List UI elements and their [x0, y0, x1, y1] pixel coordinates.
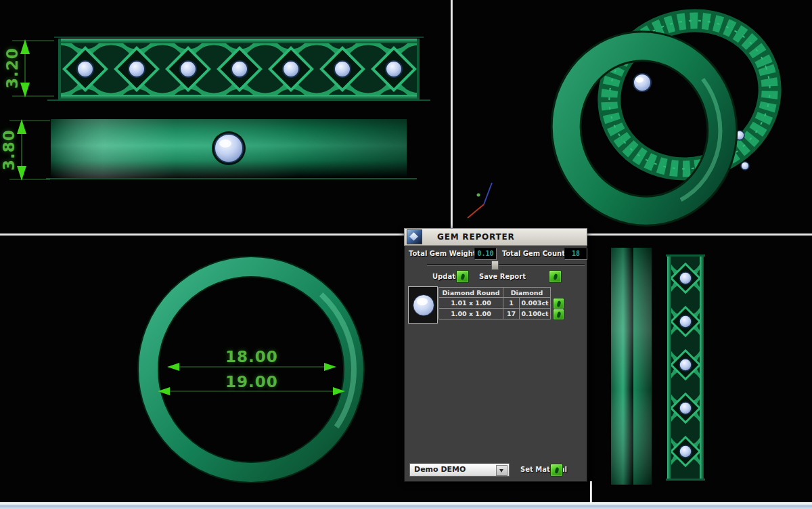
dimension-label-plain-band-height: 3.80: [0, 130, 18, 171]
viewport-side-view[interactable]: 3.20 3.80: [0, 0, 451, 234]
table-header-material: Diamond: [503, 287, 551, 298]
chevron-down-icon: [499, 469, 503, 472]
viewport-perspective[interactable]: [453, 0, 812, 234]
flush-gem-3d: [633, 74, 651, 91]
table-row-carats[interactable]: 0.100ct: [519, 308, 551, 319]
gem-reporter-icon: [407, 229, 422, 244]
viewport-right-view[interactable]: [592, 236, 812, 502]
table-row-size[interactable]: 1.01 x 1.00: [438, 297, 503, 309]
dialog-body: Total Gem Weight 0.10 Total Gem Count 18…: [404, 246, 587, 482]
table-row-count[interactable]: 1: [503, 297, 520, 309]
cad-workspace: 3.20 3.80: [0, 0, 812, 509]
gem-thumbnail-stone: [413, 294, 434, 316]
dialog-title: GEM REPORTER: [437, 232, 515, 242]
gem-preview-thumbnail[interactable]: [408, 286, 438, 324]
save-report-label: Save Report: [479, 273, 526, 280]
update-go-button[interactable]: [456, 270, 469, 283]
material-dropdown-value: Demo DEMO: [414, 465, 466, 474]
total-gem-count-value: 18: [564, 248, 587, 260]
save-report-go-button[interactable]: [549, 270, 562, 283]
go-pip-icon: [556, 311, 561, 318]
go-pip-icon: [554, 467, 559, 474]
row-go-button[interactable]: [553, 298, 564, 309]
dimension-label-inner-diameter: 18.00: [218, 348, 286, 366]
side-view-render: [0, 0, 451, 234]
viewport-splitter-vertical-bottom[interactable]: [590, 481, 592, 502]
table-row-carats[interactable]: 0.003ct: [519, 297, 551, 309]
plain-band-3d-render: [551, 32, 738, 225]
axis-gizmo: [468, 183, 492, 218]
total-gem-count-label: Total Gem Count: [502, 250, 565, 257]
row-go-button[interactable]: [553, 309, 564, 320]
size-slider-track[interactable]: [427, 264, 585, 266]
right-view-render: [592, 236, 812, 502]
pattern-band-3d-render: [588, 0, 790, 192]
table-header-gem-type: Diamond Round: [438, 287, 503, 298]
table-row-size[interactable]: 1.00 x 1.00: [438, 308, 503, 319]
pattern-band-side-render: [47, 37, 430, 101]
flush-gem: [215, 134, 243, 162]
dimension-label-outer-diameter: 19.00: [218, 373, 286, 391]
plain-band-side-render: [46, 119, 417, 179]
table-row-count[interactable]: 17: [503, 308, 520, 319]
plain-band-right-render: [611, 248, 652, 485]
bottom-edge-line: [0, 506, 812, 506]
total-gem-weight-label: Total Gem Weight: [409, 250, 476, 257]
dimension-label-pattern-band-height: 3.20: [3, 48, 21, 89]
set-material-go-button[interactable]: [550, 464, 563, 477]
viewport-splitter-vertical-top[interactable]: [451, 0, 453, 234]
material-dropdown[interactable]: Demo DEMO: [409, 463, 510, 477]
go-pip-icon: [553, 273, 558, 280]
go-pip-icon: [556, 301, 561, 307]
total-gem-weight-value: 0.10: [474, 248, 497, 260]
dialog-titlebar[interactable]: GEM REPORTER: [404, 228, 587, 246]
dropdown-button[interactable]: [496, 465, 508, 476]
go-pip-icon: [460, 273, 465, 280]
gem-reporter-dialog: GEM REPORTER Total Gem Weight 0.10 Total…: [404, 228, 587, 482]
size-slider-thumb[interactable]: [491, 261, 499, 270]
pattern-band-right-render: [666, 255, 705, 481]
ring-top-render: [138, 257, 364, 483]
perspective-render: [453, 0, 812, 234]
window-bottom-edge: [0, 502, 812, 509]
